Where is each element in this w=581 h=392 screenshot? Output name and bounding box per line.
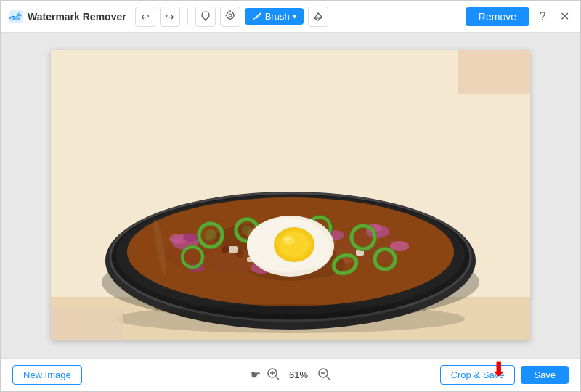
zoom-out-icon[interactable] — [317, 367, 330, 383]
zoom-percent: 61% — [285, 369, 312, 380]
svg-point-4 — [229, 14, 232, 17]
brush-icon — [252, 12, 262, 22]
bottom-right: ⬇ Crop & Save Save — [440, 365, 569, 385]
bottom-bar: New Image ☛ 61% ⬇ — [1, 358, 580, 391]
save-label: Save — [534, 369, 556, 380]
help-button[interactable]: ? — [534, 8, 551, 25]
svg-point-42 — [390, 241, 409, 251]
brush-label: Brush — [265, 11, 290, 22]
remove-button[interactable]: Remove — [466, 7, 529, 26]
image-container — [51, 50, 530, 340]
toolbar: Watermark Remover ↩ ↪ — [1, 1, 580, 33]
eraser-button[interactable] — [308, 7, 328, 27]
help-icon: ? — [540, 10, 546, 23]
svg-point-76 — [116, 304, 465, 333]
redo-button[interactable]: ↪ — [160, 7, 180, 27]
app-logo-container: Watermark Remover — [8, 9, 126, 25]
divider-1 — [187, 8, 188, 25]
svg-point-3 — [227, 12, 234, 19]
close-icon: ✕ — [560, 9, 569, 23]
undo-button[interactable]: ↩ — [135, 7, 155, 27]
redo-icon: ↪ — [166, 11, 174, 23]
new-image-button[interactable]: New Image — [12, 365, 82, 385]
brush-button[interactable]: Brush ▾ — [245, 8, 304, 25]
bottom-left: New Image — [12, 365, 82, 385]
lasso-icon — [200, 9, 211, 23]
svg-rect-77 — [51, 308, 123, 340]
brush-chevron-icon: ▾ — [293, 12, 296, 20]
food-image — [51, 50, 530, 340]
zoom-controls: ☛ 61% — [251, 367, 330, 383]
app-logo-icon — [8, 9, 24, 25]
svg-line-85 — [327, 377, 330, 380]
save-area: ⬇ Crop & Save Save — [440, 365, 569, 385]
eraser-icon — [312, 9, 324, 23]
zoom-in-icon[interactable] — [267, 367, 280, 383]
svg-point-32 — [222, 246, 229, 253]
canvas-area — [1, 33, 580, 358]
save-button[interactable]: Save — [521, 366, 569, 384]
svg-line-82 — [276, 377, 279, 380]
remove-label: Remove — [479, 11, 516, 23]
close-button[interactable]: ✕ — [556, 8, 573, 25]
hand-tool-icon[interactable]: ☛ — [251, 368, 261, 382]
magic-wand-icon — [224, 9, 236, 23]
svg-point-38 — [183, 233, 198, 242]
new-image-label: New Image — [23, 369, 71, 380]
undo-icon: ↩ — [141, 11, 150, 23]
svg-rect-78 — [458, 50, 530, 94]
svg-point-74 — [284, 237, 290, 241]
download-arrow-icon: ⬇ — [490, 359, 507, 380]
svg-point-72 — [280, 232, 309, 257]
svg-rect-48 — [229, 246, 238, 253]
app-title: Watermark Remover — [28, 11, 126, 23]
magic-wand-button[interactable] — [220, 7, 240, 27]
lasso-button[interactable] — [195, 7, 216, 27]
svg-point-52 — [205, 229, 216, 241]
